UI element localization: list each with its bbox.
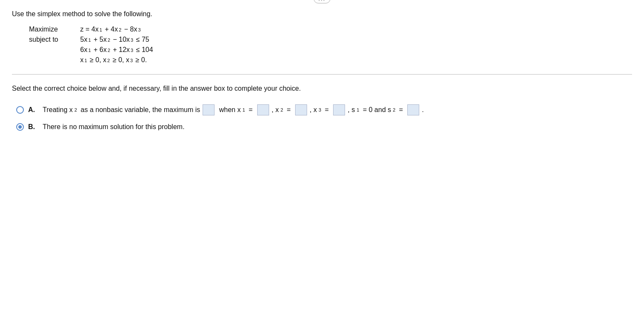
dots-badge[interactable]: ... <box>314 0 331 3</box>
constraint3: x1 ≥ 0, x2 ≥ 0, x3 ≥ 0. <box>80 56 147 64</box>
x1-sub: 1 <box>242 107 245 112</box>
radio-b[interactable] <box>16 123 24 131</box>
comma1: , x <box>272 106 279 114</box>
s1-val: = 0 and s <box>361 106 391 114</box>
constraint2-row: 6x1 + 6x2 + 12x3 ≤ 104 <box>29 46 632 54</box>
radio-a[interactable] <box>16 106 24 114</box>
comma2: , x <box>310 106 317 114</box>
choice-a-row: A. Treating x2 as a nonbasic variable, t… <box>16 104 632 115</box>
choice-a-text-part1: Treating x <box>43 106 73 114</box>
choice-a-text-part2: as a nonbasic variable, the maximum is <box>79 106 200 114</box>
s2-sub: 2 <box>393 107 395 112</box>
choice-b-letter: B. <box>28 123 37 131</box>
s1-label: , s <box>348 106 355 114</box>
eq4: = <box>397 106 405 114</box>
section-divider <box>12 74 632 75</box>
choice-b-text: There is no maximum solution for this pr… <box>43 123 185 131</box>
constraint2: 6x1 + 6x2 + 12x3 ≤ 104 <box>80 46 153 54</box>
answer-box-x3[interactable] <box>333 104 345 115</box>
maximize-label: Maximize <box>29 26 80 33</box>
maximize-equation: z = 4x1 + 4x2 − 8x3 <box>80 26 141 33</box>
choice-a-text: Treating x2 as a nonbasic variable, the … <box>43 104 424 115</box>
subject-to-row: subject to 5x1 + 5x2 − 10x3 ≤ 75 <box>29 36 632 43</box>
x2-sub: 2 <box>281 107 283 112</box>
instruction-text: Select the correct choice below and, if … <box>12 85 632 92</box>
answer-box-x1[interactable] <box>257 104 269 115</box>
choice-b-row: B. There is no maximum solution for this… <box>16 123 632 131</box>
problem-block: Maximize z = 4x1 + 4x2 − 8x3 subject to … <box>29 26 632 64</box>
eq2: = <box>285 106 293 114</box>
eq3: = <box>323 106 331 114</box>
answer-box-s2[interactable] <box>407 104 419 115</box>
answer-box-x2[interactable] <box>295 104 307 115</box>
x2-subscript-a: 2 <box>75 107 77 112</box>
answer-box-max[interactable] <box>203 104 215 115</box>
s1-sub: 1 <box>357 107 359 112</box>
constraint3-row: x1 ≥ 0, x2 ≥ 0, x3 ≥ 0. <box>29 56 632 64</box>
period: . <box>422 106 424 114</box>
maximize-row: Maximize z = 4x1 + 4x2 − 8x3 <box>29 26 632 33</box>
choices-container: A. Treating x2 as a nonbasic variable, t… <box>16 104 632 131</box>
x3-sub: 3 <box>319 107 321 112</box>
eq1: = <box>247 106 255 114</box>
when-label: when x <box>217 106 241 114</box>
choice-a-letter: A. <box>28 106 37 114</box>
intro-text: Use the simplex method to solve the foll… <box>12 10 632 18</box>
constraint1: 5x1 + 5x2 − 10x3 ≤ 75 <box>80 36 149 43</box>
subject-to-label: subject to <box>29 36 80 43</box>
